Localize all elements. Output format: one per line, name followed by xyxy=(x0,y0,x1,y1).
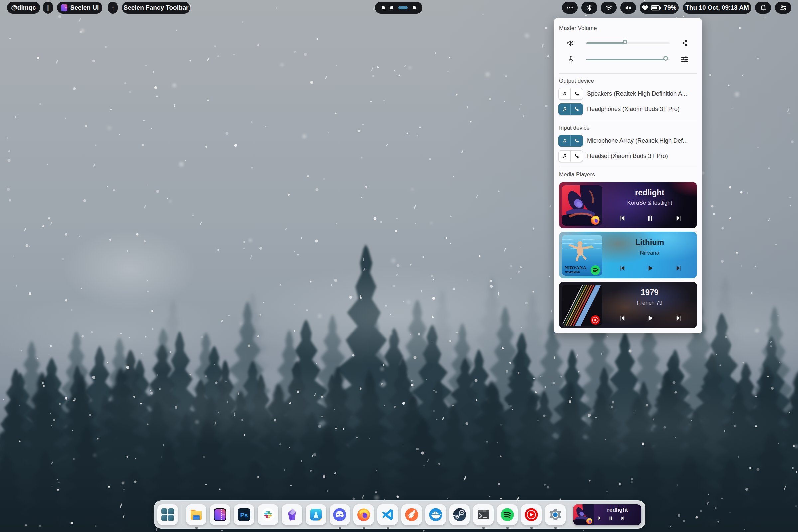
svg-text:Ps: Ps xyxy=(240,512,248,519)
svg-text:NIRVANA: NIRVANA xyxy=(565,265,586,270)
svg-text:NEVERMIND: NEVERMIND xyxy=(565,271,580,274)
